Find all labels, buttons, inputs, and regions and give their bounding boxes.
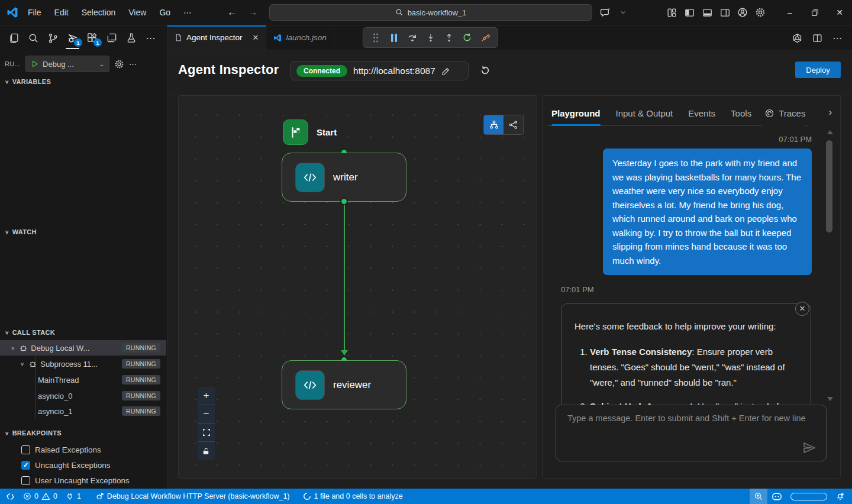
- chat-scrollbar[interactable]: [825, 130, 834, 401]
- workflow-canvas[interactable]: Start writer reviewer: [178, 95, 537, 479]
- uncaught-exceptions-checkbox[interactable]: ✓: [21, 461, 30, 470]
- raised-exceptions-checkbox[interactable]: [21, 445, 30, 454]
- account-icon[interactable]: [734, 0, 751, 25]
- debug-config-select[interactable]: Debug ... ⌄: [25, 56, 109, 72]
- variables-section-header[interactable]: ∨ VARIABLES: [5, 78, 51, 85]
- title-bar: File Edit Selection View Go ⋯ ← → basic-…: [0, 0, 852, 25]
- run-and-debug-icon[interactable]: 1: [63, 26, 82, 50]
- disconnect-icon[interactable]: [477, 29, 494, 46]
- extensions-icon[interactable]: 1: [83, 26, 101, 50]
- call-stack-row[interactable]: ∨ Subprocess 11... RUNNING: [0, 356, 166, 371]
- dismiss-message-icon[interactable]: ✕: [795, 302, 809, 316]
- send-message-icon[interactable]: [802, 441, 816, 455]
- writer-output-handle[interactable]: [340, 198, 348, 205]
- user-message-bubble: Yesterday I goes to the park with my fri…: [603, 148, 812, 275]
- settings-gear-icon[interactable]: [751, 0, 769, 25]
- call-stack-row[interactable]: asyncio_1 RUNNING: [0, 403, 166, 419]
- step-out-icon[interactable]: [440, 29, 457, 46]
- start-node[interactable]: [283, 119, 308, 145]
- hierarchy-view-icon[interactable]: [484, 115, 504, 134]
- deploy-button[interactable]: Deploy: [795, 62, 841, 78]
- scrollbar-thumb[interactable]: [826, 140, 832, 232]
- menu-selection[interactable]: Selection: [75, 0, 122, 25]
- openai-logo-icon[interactable]: [788, 25, 806, 50]
- window-minimize-button[interactable]: –: [777, 0, 802, 25]
- zoom-in-button[interactable]: +: [198, 387, 215, 405]
- drag-handle-icon[interactable]: [367, 29, 384, 46]
- explorer-icon[interactable]: [5, 26, 23, 50]
- connection-url-field[interactable]: Connected http://localhost:8087: [290, 61, 469, 80]
- graph-view-icon[interactable]: [504, 115, 523, 134]
- analyze-status[interactable]: 1 file and 0 cells to analyze: [299, 489, 407, 504]
- call-stack-row[interactable]: asyncio_0 RUNNING: [0, 388, 166, 403]
- step-over-icon[interactable]: [404, 29, 421, 46]
- breakpoints-section-header[interactable]: ∨ BREAKPOINTS: [5, 429, 62, 437]
- problems-indicator[interactable]: 0 0: [19, 489, 62, 504]
- tab-overflow-chevron-icon[interactable]: ›: [829, 107, 832, 118]
- menu-more[interactable]: ⋯: [177, 0, 198, 25]
- split-editor-icon[interactable]: [808, 25, 826, 50]
- window-close-button[interactable]: ✕: [827, 0, 852, 25]
- debug-sidebar: 1 1 LOG ⋯ RU... Debug ... ⌄ ⋯: [0, 25, 167, 489]
- tab-agent-inspector[interactable]: Agent Inspector ✕: [167, 25, 266, 50]
- debug-more-icon[interactable]: ⋯: [129, 60, 137, 69]
- customize-layout-icon[interactable]: [663, 0, 680, 25]
- tab-input-output[interactable]: Input & Output: [616, 108, 673, 126]
- testing-beaker-icon[interactable]: [122, 26, 140, 50]
- remote-icon: [6, 492, 15, 501]
- refresh-icon[interactable]: [479, 64, 491, 76]
- scroll-down-arrow-icon[interactable]: [827, 397, 833, 401]
- writer-node[interactable]: writer: [282, 153, 406, 202]
- edit-pencil-icon[interactable]: [441, 66, 451, 76]
- copilot-status[interactable]: [767, 489, 786, 504]
- notifications-bell[interactable]: [831, 489, 852, 504]
- search-view-icon[interactable]: [24, 26, 43, 50]
- tab-traces[interactable]: Traces: [762, 108, 805, 126]
- command-center-search[interactable]: basic-workflow_1: [269, 4, 592, 21]
- traces-icon: [764, 108, 774, 118]
- scroll-up-arrow-icon[interactable]: [827, 130, 833, 134]
- tab-launch-json[interactable]: launch.json: [266, 25, 334, 50]
- tab-events[interactable]: Events: [688, 108, 715, 126]
- menu-go[interactable]: Go: [153, 0, 177, 25]
- debug-status[interactable]: Debug Local Workflow HTTP Server (basic-…: [91, 489, 294, 504]
- chat-input-box[interactable]: Type a message. Enter to submit and Shif…: [556, 405, 827, 461]
- menu-file[interactable]: File: [21, 0, 48, 25]
- editor-more-icon[interactable]: ⋯: [828, 25, 846, 50]
- step-into-icon[interactable]: [422, 29, 439, 46]
- tab-tools[interactable]: Tools: [731, 108, 751, 126]
- ports-indicator[interactable]: 1: [62, 489, 85, 504]
- user-uncaught-exceptions-checkbox[interactable]: [21, 476, 30, 485]
- activity-more-icon[interactable]: ⋯: [141, 26, 160, 50]
- lock-toggle-button[interactable]: [198, 442, 215, 460]
- restart-icon[interactable]: [459, 29, 476, 46]
- status-pill[interactable]: [786, 489, 831, 504]
- tab-playground[interactable]: Playground: [551, 108, 601, 126]
- output-log-icon[interactable]: LOG: [102, 26, 121, 50]
- call-stack-section-header[interactable]: ∨ CALL STACK: [5, 329, 55, 336]
- call-stack-row[interactable]: MainThread RUNNING: [0, 372, 166, 387]
- window-restore-button[interactable]: [802, 0, 827, 25]
- remote-indicator[interactable]: [0, 489, 19, 504]
- zoom-out-button[interactable]: −: [198, 405, 215, 424]
- reviewer-node[interactable]: reviewer: [282, 360, 406, 409]
- source-control-icon[interactable]: [44, 26, 62, 50]
- watch-section-header[interactable]: ∨ WATCH: [5, 228, 37, 235]
- toggle-panel-icon[interactable]: [698, 0, 716, 25]
- debug-session-icon: [28, 360, 37, 369]
- back-arrow-icon[interactable]: ←: [222, 7, 243, 18]
- agent-code-icon: [295, 163, 325, 192]
- pause-icon[interactable]: [385, 29, 402, 46]
- debug-settings-gear-icon[interactable]: [114, 59, 124, 69]
- toggle-secondary-sidebar-icon[interactable]: [716, 0, 734, 25]
- close-tab-icon[interactable]: ✕: [253, 33, 259, 42]
- copilot-chat-icon[interactable]: [596, 0, 614, 25]
- chevron-down-icon[interactable]: [614, 0, 632, 25]
- toggle-primary-sidebar-icon[interactable]: [680, 0, 698, 25]
- zoom-indicator[interactable]: [750, 489, 767, 504]
- forward-arrow-icon[interactable]: →: [243, 7, 263, 18]
- menu-edit[interactable]: Edit: [48, 0, 75, 25]
- call-stack-row[interactable]: ∨ Debug Local W... RUNNING: [0, 340, 166, 356]
- fit-view-button[interactable]: [198, 424, 215, 442]
- menu-view[interactable]: View: [122, 0, 153, 25]
